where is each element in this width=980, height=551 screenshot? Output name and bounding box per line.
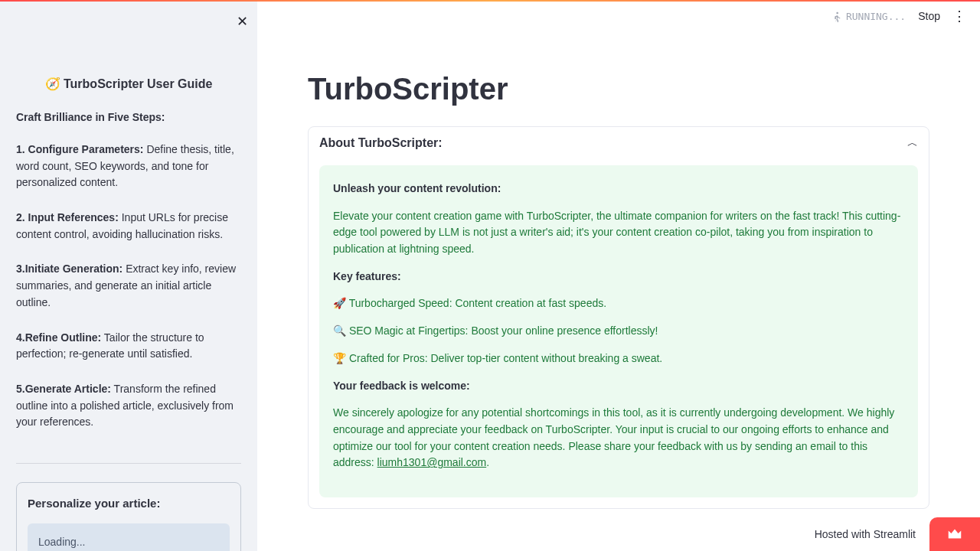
- expander-body: Unleash your content revolution: Elevate…: [319, 165, 918, 497]
- running-status: RUNNING...: [831, 10, 906, 22]
- guide-step: 1. Configure Parameters: Define thesis, …: [16, 142, 241, 191]
- feedback-heading: Your feedback is welcome:: [333, 378, 904, 395]
- feedback-email-link[interactable]: liumh1301@gmail.com: [377, 456, 487, 468]
- step-bold: 5.Generate Article:: [16, 383, 111, 395]
- guide-step: 4.Refine Outline: Tailor the structure t…: [16, 330, 241, 363]
- feedback-paragraph: We sincerely apologize for any potential…: [333, 405, 904, 471]
- divider: [16, 463, 241, 464]
- sidebar: ✕ 🧭 TurboScripter User Guide Craft Brill…: [0, 2, 257, 551]
- stop-button[interactable]: Stop: [918, 10, 940, 22]
- guide-step: 5.Generate Article: Transform the refine…: [16, 381, 241, 431]
- close-icon: ✕: [237, 14, 248, 29]
- about-expander: About TurboScripter: ︿ Unleash your cont…: [308, 126, 929, 509]
- page-title: TurboScripter: [308, 72, 929, 106]
- expander-label: About TurboScripter:: [319, 136, 443, 150]
- guide-title: 🧭 TurboScripter User Guide: [16, 77, 241, 91]
- feature-item: 🏆 Crafted for Pros: Deliver top-tier con…: [333, 350, 904, 367]
- step-bold: 1. Configure Parameters:: [16, 143, 144, 155]
- streamlit-crown-badge[interactable]: [929, 517, 980, 551]
- feedback-text-tail: .: [486, 456, 489, 468]
- footer-hosted-label: Hosted with Streamlit: [815, 528, 916, 540]
- step-bold: 2. Input References:: [16, 211, 119, 223]
- loading-placeholder: Loading...: [28, 523, 230, 551]
- about-paragraph: Elevate your content creation game with …: [333, 208, 904, 258]
- guide-step: 2. Input References: Input URLs for prec…: [16, 210, 241, 243]
- guide-step: 3.Initiate Generation: Extract key info,…: [16, 261, 241, 311]
- crown-icon: [946, 526, 963, 543]
- personalize-card: Personalize your article: Loading... Loa…: [16, 482, 241, 551]
- chevron-up-icon: ︿: [907, 136, 918, 150]
- menu-kebab-icon[interactable]: ⋮: [952, 9, 966, 23]
- step-bold: 4.Refine Outline:: [16, 331, 101, 344]
- expander-header[interactable]: About TurboScripter: ︿: [309, 127, 929, 159]
- guide-subheading: Craft Brilliance in Five Steps:: [16, 111, 241, 123]
- main-content: RUNNING... Stop ⋮ TurboScripter About Tu…: [257, 2, 980, 551]
- running-label: RUNNING...: [846, 11, 906, 22]
- step-bold: 3.Initiate Generation:: [16, 262, 122, 275]
- feature-item: 🔍 SEO Magic at Fingertips: Boost your on…: [333, 323, 904, 340]
- close-sidebar-button[interactable]: ✕: [237, 13, 248, 30]
- running-icon: [831, 10, 843, 22]
- features-heading: Key features:: [333, 269, 904, 285]
- personalize-title: Personalize your article:: [28, 497, 230, 510]
- feature-item: 🚀 Turbocharged Speed: Content creation a…: [333, 295, 904, 312]
- topbar: RUNNING... Stop ⋮: [831, 9, 966, 23]
- about-heading: Unleash your content revolution:: [333, 181, 904, 197]
